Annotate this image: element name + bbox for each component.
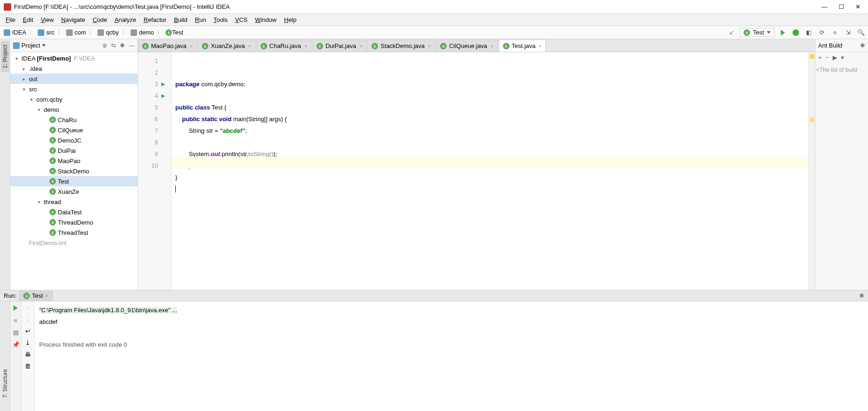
breadcrumb-qcby[interactable]: qcby bbox=[96, 29, 120, 36]
soft-wrap-icon[interactable]: ↩ bbox=[25, 328, 30, 335]
filter-icon[interactable]: ▾ bbox=[841, 54, 844, 61]
pin-icon[interactable]: 📌 bbox=[12, 341, 20, 348]
project-view-selector[interactable]: Project bbox=[13, 42, 46, 49]
menu-code[interactable]: Code bbox=[89, 15, 111, 24]
tree-node--idea[interactable]: ▸.idea bbox=[10, 63, 138, 74]
gutter-run-icon[interactable]: ▶ bbox=[161, 90, 165, 102]
close-icon[interactable]: × bbox=[359, 43, 362, 49]
menu-analyze[interactable]: Analyze bbox=[111, 15, 140, 24]
editor-tab-cilqueue-java[interactable]: cCilQueue.java× bbox=[436, 40, 497, 52]
menu-build[interactable]: Build bbox=[170, 15, 191, 24]
run-tab[interactable]: c Test × bbox=[19, 291, 52, 301]
line-number[interactable]: 2 bbox=[138, 67, 158, 78]
up-icon[interactable]: ↑ bbox=[26, 304, 29, 311]
menu-help[interactable]: Help bbox=[280, 15, 300, 24]
update-button[interactable]: ⇲ bbox=[843, 27, 853, 38]
project-tree[interactable]: ▾IDEA [FirstDemo]F:\IDEA▸.idea▸out▾src▾c… bbox=[10, 52, 138, 290]
stop-icon[interactable]: ■ bbox=[12, 316, 20, 324]
remove-icon[interactable]: − bbox=[826, 54, 829, 61]
gear-icon[interactable]: ✱ bbox=[859, 292, 864, 299]
gear-icon[interactable]: ✱ bbox=[860, 42, 865, 49]
run-button[interactable] bbox=[778, 27, 788, 38]
close-icon[interactable]: × bbox=[428, 43, 431, 49]
print-icon[interactable]: 🖶 bbox=[25, 351, 31, 358]
close-icon[interactable]: × bbox=[45, 292, 48, 299]
tree-node-src[interactable]: ▾src bbox=[10, 84, 138, 94]
breadcrumb-demo[interactable]: demo bbox=[129, 29, 156, 36]
down-icon[interactable]: ↓ bbox=[26, 316, 29, 323]
coverage-button[interactable]: ◧ bbox=[804, 27, 814, 38]
hide-icon[interactable]: — bbox=[129, 42, 135, 49]
run-ant-icon[interactable]: ▶ bbox=[833, 54, 837, 61]
editor-tab-duipai-java[interactable]: cDuiPai.java× bbox=[312, 40, 366, 52]
run-config-selector[interactable]: c Test bbox=[739, 28, 775, 37]
error-stripe[interactable] bbox=[808, 52, 815, 290]
debug-button[interactable] bbox=[791, 27, 801, 38]
locate-icon[interactable]: ⊕ bbox=[102, 42, 107, 49]
line-number[interactable]: 10 bbox=[138, 160, 158, 171]
tree-node-demojc[interactable]: cDemoJC bbox=[10, 135, 138, 145]
gear-icon[interactable]: ✱ bbox=[120, 42, 125, 49]
close-icon[interactable]: × bbox=[490, 43, 493, 49]
tree-arrow-icon[interactable]: ▾ bbox=[21, 87, 27, 92]
tree-node-demo[interactable]: ▾demo bbox=[10, 104, 138, 115]
editor-tab-stackdemo-java[interactable]: cStackDemo.java× bbox=[367, 40, 435, 52]
menu-run[interactable]: Run bbox=[191, 15, 210, 24]
tree-node-duipai[interactable]: cDuiPai bbox=[10, 145, 138, 156]
menu-vcs[interactable]: VCS bbox=[231, 15, 251, 24]
tree-arrow-icon[interactable]: ▾ bbox=[28, 97, 34, 102]
breadcrumb-com[interactable]: com bbox=[64, 29, 88, 36]
line-number[interactable]: 6 bbox=[138, 113, 158, 125]
tree-node-xuanze[interactable]: cXuanZe bbox=[10, 186, 138, 197]
line-number[interactable]: 7 bbox=[138, 125, 158, 137]
tree-node-thread[interactable]: ▾thread bbox=[10, 197, 138, 207]
tree-arrow-icon[interactable]: ▸ bbox=[21, 76, 27, 82]
tree-node-test[interactable]: cTest bbox=[10, 176, 138, 186]
editor-tab-maopao-java[interactable]: cMaoPao.java× bbox=[138, 40, 197, 52]
profile-button[interactable]: ⟳ bbox=[817, 27, 827, 38]
tree-node-com-qcby[interactable]: ▾com.qcby bbox=[10, 94, 138, 104]
search-everywhere-icon[interactable]: 🔍 bbox=[856, 27, 866, 38]
menu-navigate[interactable]: Navigate bbox=[57, 15, 89, 24]
menu-tools[interactable]: Tools bbox=[210, 15, 231, 24]
tree-node-threaddemo[interactable]: cThreadDemo bbox=[10, 217, 138, 227]
breadcrumb-test[interactable]: cTest bbox=[164, 29, 185, 36]
line-number[interactable]: 8 bbox=[138, 137, 158, 148]
structure-tool-tab[interactable]: 7: Structure bbox=[1, 365, 9, 402]
menu-refactor[interactable]: Refactor bbox=[140, 15, 170, 24]
tree-node-datatest[interactable]: cDataTest bbox=[10, 207, 138, 217]
menu-window[interactable]: Window bbox=[251, 15, 280, 24]
back-nav-icon[interactable]: ↙ bbox=[726, 27, 737, 38]
line-number[interactable]: 5 bbox=[138, 102, 158, 113]
layout-icon[interactable]: ▤ bbox=[12, 329, 20, 336]
close-icon[interactable]: × bbox=[539, 43, 542, 49]
tree-node-threadtest[interactable]: cThreadTest bbox=[10, 227, 138, 238]
close-icon[interactable]: × bbox=[248, 43, 251, 49]
tree-node-stackdemo[interactable]: cStackDemo bbox=[10, 166, 138, 176]
clear-icon[interactable]: 🗑 bbox=[25, 363, 31, 370]
menu-file[interactable]: File bbox=[2, 15, 19, 24]
line-number[interactable]: 1 bbox=[138, 55, 158, 67]
editor-gutter[interactable]: 123▶4▶5678910 bbox=[138, 52, 172, 290]
tree-node-out[interactable]: ▸out bbox=[10, 74, 138, 84]
editor-tab-charu-java[interactable]: cChaRu.java× bbox=[256, 40, 311, 52]
tree-arrow-icon[interactable]: ▸ bbox=[21, 66, 27, 71]
tree-node-idea[interactable]: ▾IDEA [FirstDemo]F:\IDEA bbox=[10, 53, 138, 63]
console-output[interactable]: "C:\Program Files\Java\jdk1.8.0_91\bin\j… bbox=[34, 301, 868, 411]
tree-node-charu[interactable]: cChaRu bbox=[10, 115, 138, 125]
line-number[interactable]: 3▶ bbox=[138, 78, 158, 90]
breadcrumb-src[interactable]: src bbox=[36, 29, 56, 36]
warning-marker-icon[interactable] bbox=[810, 54, 814, 59]
project-tool-tab[interactable]: 1: Project bbox=[1, 41, 9, 72]
close-icon[interactable]: × bbox=[304, 43, 307, 49]
close-icon[interactable]: ✕ bbox=[855, 3, 861, 10]
line-number[interactable]: 4▶ bbox=[138, 90, 158, 102]
gutter-run-icon[interactable]: ▶ bbox=[161, 78, 165, 90]
menu-edit[interactable]: Edit bbox=[19, 15, 37, 24]
tree-node-cilqueue[interactable]: cCilQueue bbox=[10, 125, 138, 135]
expand-icon[interactable]: ⇆ bbox=[111, 42, 116, 49]
line-number[interactable]: 9 bbox=[138, 148, 158, 160]
editor-tab-xuanze-java[interactable]: cXuanZe.java× bbox=[198, 40, 255, 52]
editor-tab-test-java[interactable]: cTest.java× bbox=[499, 40, 546, 52]
menu-view[interactable]: View bbox=[37, 15, 57, 24]
